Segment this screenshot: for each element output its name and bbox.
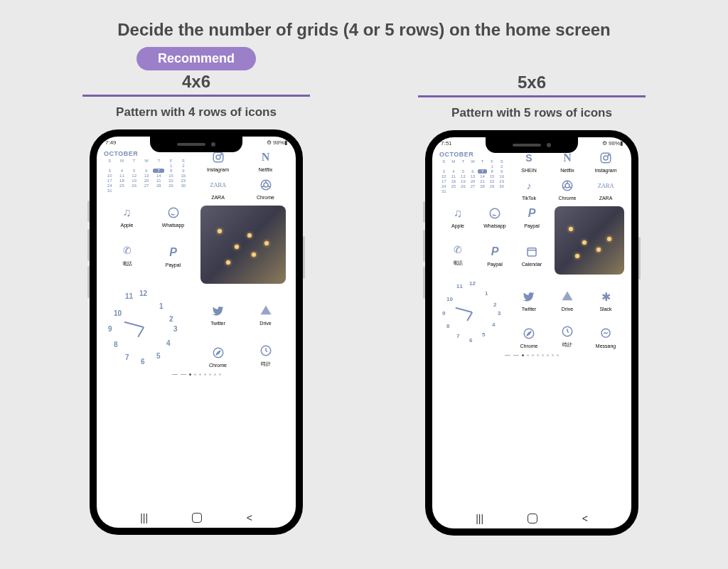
app-chrome[interactable]: Chrome <box>242 178 289 200</box>
photo-widget[interactable] <box>200 206 286 284</box>
music-icon: ♫ <box>451 206 465 220</box>
app-tiktok[interactable]: ♪TikTok <box>510 179 547 201</box>
phone-notch <box>150 137 242 152</box>
app-chrome[interactable]: Chrome <box>195 331 241 368</box>
android-nav-bar[interactable]: ||| < <box>97 512 296 523</box>
phone-screen: 7:49 ⚙ 98%▮ OCTOBER SMTWTFS1234567891011… <box>97 137 296 528</box>
back-button[interactable]: < <box>247 512 252 523</box>
clock-widget[interactable]: 12 11 1 2 3 4 5 6 7 8 9 10 <box>104 289 189 368</box>
tiktok-icon: ♪ <box>522 179 536 193</box>
grid-label-4x6: 4x6 <box>182 72 210 92</box>
underline <box>82 95 310 97</box>
app-whatsapp[interactable]: Whatsapp <box>150 206 196 228</box>
chrome-icon <box>259 178 273 192</box>
photo-widget[interactable] <box>555 206 624 275</box>
app-電話[interactable]: ✆電話 <box>104 243 150 267</box>
paypal-icon: P <box>166 245 181 260</box>
phone-power-button <box>303 236 305 279</box>
app-label: Whatsapp <box>483 223 506 228</box>
whatsapp-icon <box>488 206 502 220</box>
app-時計[interactable]: 時計 <box>242 331 289 368</box>
app-instagram[interactable]: Instagram <box>195 150 241 172</box>
paypal-icon: P <box>488 245 502 259</box>
app-label: Netflix <box>259 167 272 172</box>
recents-button[interactable]: ||| <box>476 513 483 524</box>
home-button[interactable] <box>528 514 537 523</box>
app-paypal[interactable]: PPaypal <box>476 243 513 267</box>
app-paypal[interactable]: PPaypal <box>513 206 550 228</box>
svg-point-4 <box>264 183 268 187</box>
app-label: ZARA <box>211 195 225 200</box>
app-zara[interactable]: ZARAZARA <box>195 178 241 200</box>
app-label: Instagram <box>594 168 616 173</box>
app-instagram[interactable]: Instagram <box>587 151 624 173</box>
home-button[interactable] <box>192 513 202 523</box>
app-netflix[interactable]: NNetflix <box>549 151 586 173</box>
svg-point-8 <box>168 208 178 218</box>
app-slack[interactable]: ✱Slack <box>587 280 624 312</box>
back-button[interactable]: < <box>582 513 588 524</box>
whatsapp-icon <box>166 206 181 220</box>
svg-line-19 <box>563 187 565 188</box>
calendar-grid: SMTWTFS123456789101112131415161718192021… <box>104 159 189 193</box>
app-calendar[interactable]: Calendar <box>513 243 550 267</box>
compass-icon <box>211 346 225 360</box>
app-label: 時計 <box>261 361 271 368</box>
app-label: Instagram <box>207 167 229 172</box>
app-drive[interactable]: Drive <box>242 289 289 326</box>
phone-screen: 7:51 ⚙ 98%▮ OCTOBER SMTWTFS1234567891011… <box>432 137 631 528</box>
phone-volume-up <box>423 230 425 262</box>
app-apple[interactable]: ♫Apple <box>439 206 476 228</box>
app-whatsapp[interactable]: Whatsapp <box>476 206 513 228</box>
calendar-widget[interactable]: OCTOBER SMTWTFS1234567891011121314151617… <box>439 151 506 201</box>
netflix-icon: N <box>560 151 574 165</box>
grid-label-5x6: 5x6 <box>518 73 546 92</box>
app-label: Twitter <box>522 307 537 312</box>
comparison-columns: Recommend 4x6 Pattern with 4 rows of ico… <box>0 40 728 536</box>
app-label: Chrome <box>209 363 227 368</box>
status-time: 7:51 <box>441 140 452 147</box>
app-label: Messang <box>596 344 616 349</box>
app-chrome[interactable]: Chrome <box>549 179 586 201</box>
app-twitter[interactable]: Twitter <box>510 280 547 312</box>
app-label: Whatsapp <box>162 223 185 228</box>
instagram-icon <box>599 151 613 165</box>
app-shein[interactable]: SSHEIN <box>510 151 547 173</box>
underline <box>418 95 646 97</box>
app-twitter[interactable]: Twitter <box>195 289 241 326</box>
phone-notch <box>486 137 578 153</box>
app-chrome[interactable]: Chrome <box>510 317 547 349</box>
recents-button[interactable]: ||| <box>140 512 148 523</box>
instagram-icon <box>211 150 225 164</box>
app-label: 電話 <box>122 260 132 267</box>
phone-mute-switch <box>423 201 425 223</box>
app-messang[interactable]: Messang <box>587 317 624 349</box>
messenger-icon <box>599 326 613 341</box>
app-label: ZARA <box>599 196 613 201</box>
android-nav-bar[interactable]: ||| < <box>432 513 631 524</box>
phone-volume-down <box>423 267 425 299</box>
app-paypal[interactable]: PPaypal <box>150 243 196 267</box>
clock-widget[interactable]: 12 11 1 2 3 4 5 6 7 8 9 10 <box>439 280 506 349</box>
app-電話[interactable]: ✆電話 <box>439 243 476 267</box>
svg-rect-21 <box>528 248 536 256</box>
app-時計[interactable]: 時計 <box>549 317 586 349</box>
calendar-widget[interactable]: OCTOBER SMTWTFS1234567891011121314151617… <box>104 150 189 200</box>
app-label: Drive <box>562 307 573 312</box>
phone-mockup-4x6: 7:49 ⚙ 98%▮ OCTOBER SMTWTFS1234567891011… <box>90 129 303 535</box>
app-netflix[interactable]: NNetflix <box>242 150 289 172</box>
column-5x6: 5x6 Pattern with 5 rows of icons 7:51 ⚙ … <box>375 47 688 536</box>
page-indicator[interactable] <box>104 373 289 376</box>
clock-icon <box>259 344 273 358</box>
music-icon: ♫ <box>120 206 134 220</box>
page-indicator[interactable] <box>439 354 624 356</box>
phone-mockup-5x6: 7:51 ⚙ 98%▮ OCTOBER SMTWTFS1234567891011… <box>425 130 638 536</box>
app-zara[interactable]: ZARAZARA <box>587 179 624 201</box>
twitter-icon <box>522 289 536 304</box>
shein-icon: S <box>522 151 536 165</box>
app-apple[interactable]: ♫Apple <box>104 206 150 228</box>
app-drive[interactable]: Drive <box>549 280 586 312</box>
chrome-icon <box>560 179 574 193</box>
drive-icon <box>259 304 273 318</box>
app-label: SHEIN <box>521 168 536 173</box>
